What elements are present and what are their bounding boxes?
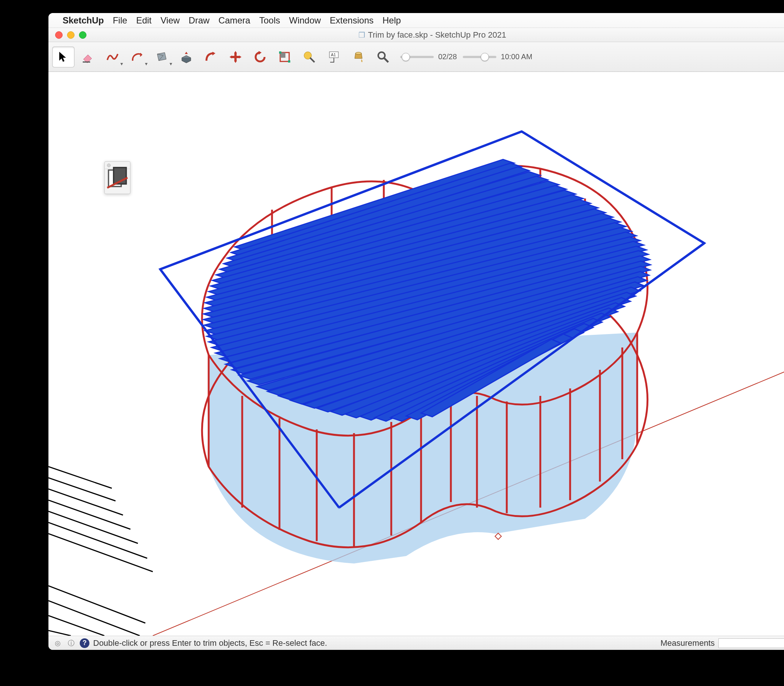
svg-text:A1: A1	[331, 52, 336, 57]
menu-file[interactable]: File	[113, 15, 128, 26]
paint-icon	[352, 50, 365, 64]
svg-rect-0	[83, 62, 90, 62]
cursor-icon	[57, 50, 70, 64]
svg-point-11	[378, 52, 385, 59]
slider-thumb[interactable]	[481, 53, 489, 61]
tape-icon	[303, 50, 316, 64]
credits-icon[interactable]: ⓘ	[66, 638, 76, 648]
app-window: SketchUp File Edit View Draw Camera Tool…	[48, 13, 784, 650]
app-menu[interactable]: SketchUp	[62, 15, 104, 26]
svg-line-13	[48, 467, 112, 488]
svg-line-20	[48, 586, 145, 623]
macos-menubar: SketchUp File Edit View Draw Camera Tool…	[48, 13, 784, 28]
eraser-tool-button[interactable]	[77, 47, 99, 67]
status-bar: ◎ ⓘ ? Double-click or press Enter to tri…	[48, 636, 784, 650]
menu-edit[interactable]: Edit	[136, 15, 151, 26]
3d-cursor	[496, 534, 501, 539]
svg-line-18	[48, 523, 147, 558]
main-toolbar: A1 02/28 10:00 AM »	[48, 42, 784, 72]
svg-rect-6	[288, 60, 290, 62]
shadow-date-slider[interactable]: 02/28	[400, 52, 457, 61]
date-label: 02/28	[438, 52, 457, 61]
tape-measure-tool-button[interactable]	[298, 47, 321, 67]
paint-bucket-tool-button[interactable]	[347, 47, 370, 67]
svg-line-15	[48, 489, 123, 515]
scale-tool-button[interactable]	[273, 47, 296, 67]
followme-tool-button[interactable]	[200, 47, 222, 67]
move-tool-button[interactable]	[224, 47, 247, 67]
svg-point-10	[355, 52, 362, 54]
menu-help[interactable]: Help	[383, 15, 401, 26]
pushpull-icon	[180, 50, 193, 64]
menu-view[interactable]: View	[160, 15, 180, 26]
svg-rect-5	[279, 51, 282, 54]
geolocate-icon[interactable]: ◎	[53, 638, 62, 648]
model-viewport[interactable]	[48, 72, 784, 636]
magnifier-icon	[376, 50, 390, 64]
eraser-icon	[81, 50, 95, 64]
window-title: ❒ Trim by face.skp - SketchUp Pro 2021	[48, 30, 784, 40]
time-label: 10:00 AM	[501, 52, 532, 61]
svg-line-19	[48, 534, 153, 572]
rotate-icon	[254, 50, 267, 64]
scale-icon	[278, 50, 291, 64]
rectangle-icon	[155, 50, 169, 64]
rotate-tool-button[interactable]	[249, 47, 271, 67]
menu-tools[interactable]: Tools	[259, 15, 280, 26]
svg-line-16	[48, 500, 131, 529]
followme-icon	[204, 50, 218, 64]
arc-icon	[131, 50, 144, 64]
svg-line-14	[48, 478, 116, 501]
slider-thumb[interactable]	[402, 53, 410, 61]
select-tool-button[interactable]	[52, 47, 75, 67]
menu-draw[interactable]: Draw	[188, 15, 210, 26]
status-hint: Double-click or press Enter to trim obje…	[93, 638, 327, 648]
freehand-icon	[106, 50, 119, 64]
svg-line-21	[48, 601, 140, 636]
help-icon[interactable]: ?	[80, 638, 89, 648]
text-icon: A1	[327, 50, 340, 64]
shadow-time-slider[interactable]: 10:00 AM	[463, 52, 532, 61]
arc-tool-button[interactable]	[126, 47, 148, 67]
floating-tool-palette[interactable]	[104, 161, 131, 194]
measurements-label: Measurements	[660, 638, 715, 648]
move-icon	[229, 50, 242, 64]
measurements-input[interactable]	[719, 638, 784, 648]
document-icon: ❒	[358, 31, 365, 39]
menu-camera[interactable]: Camera	[218, 15, 250, 26]
menu-extensions[interactable]: Extensions	[330, 15, 373, 26]
svg-rect-2	[232, 56, 239, 58]
zoom-tool-button[interactable]	[372, 47, 394, 67]
svg-line-23	[48, 630, 71, 636]
window-titlebar: ❒ Trim by face.skp - SketchUp Pro 2021	[48, 28, 784, 42]
pushpull-tool-button[interactable]	[175, 47, 198, 67]
text-tool-button[interactable]: A1	[323, 47, 345, 67]
menu-window[interactable]: Window	[289, 15, 321, 26]
freehand-tool-button[interactable]	[101, 47, 124, 67]
rectangle-tool-button[interactable]	[151, 47, 173, 67]
trim-by-face-icon[interactable]	[105, 162, 130, 194]
